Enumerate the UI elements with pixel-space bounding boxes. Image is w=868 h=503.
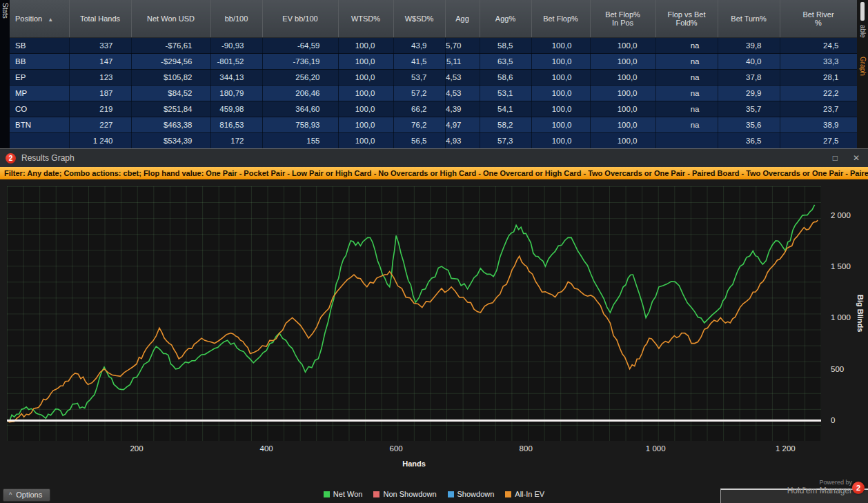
stat-cell: 58,2: [480, 117, 531, 132]
stats-left-rail: Stats: [0, 0, 10, 148]
results-graph-window: 2 Results Graph □ ✕ Filter: Any date; Co…: [0, 148, 868, 503]
stats-row-BTN[interactable]: BTN227$463,38816,53758,93100,076,24,9758…: [10, 117, 857, 132]
stat-cell: 53,1: [480, 85, 531, 101]
stat-cell: -90,93: [210, 37, 262, 53]
position-cell: EP: [10, 69, 69, 85]
y-tick-label: 0: [831, 416, 835, 424]
stat-cell: 54,1: [480, 101, 531, 117]
stats-row-SB[interactable]: SB337-$76,61-90,93-64,59100,043,95,7058,…: [10, 37, 857, 53]
chevron-up-icon: ^: [9, 491, 12, 498]
stat-cell: 35,7: [718, 101, 780, 117]
legend-swatch-icon: [448, 491, 454, 497]
stat-cell: $463,38: [131, 117, 210, 132]
tab-table[interactable]: able: [859, 25, 867, 38]
stat-cell: $534,39: [131, 132, 210, 148]
window-titlebar[interactable]: 2 Results Graph □ ✕: [0, 149, 868, 167]
column-header[interactable]: Total Hands: [69, 0, 131, 37]
legend-item-non-showdown[interactable]: Non Showdown: [373, 490, 436, 498]
stat-cell: 100,0: [531, 117, 590, 132]
stat-cell: 24,5: [780, 37, 857, 53]
stat-cell: 100,0: [338, 132, 393, 148]
position-cell: BB: [10, 53, 69, 69]
filter-bar[interactable]: Filter: Any date; Combo actions: cbet; F…: [0, 167, 868, 179]
column-header[interactable]: Bet River %: [780, 0, 857, 37]
stats-total-row[interactable]: 1 240$534,39172155100,056,54,9357,3100,0…: [10, 132, 857, 148]
powered-by: Powered by Hold'em Manager: [704, 479, 852, 495]
stat-cell: 100,0: [531, 132, 590, 148]
stat-cell: 100,0: [338, 69, 393, 85]
powered-by-line2: Hold'em Manager: [704, 486, 852, 495]
stat-cell: 38,9: [780, 117, 857, 132]
stat-cell: 364,60: [262, 101, 338, 117]
legend-swatch-icon: [505, 491, 511, 497]
stat-cell: 758,93: [262, 117, 338, 132]
stat-cell: 180,79: [210, 85, 262, 101]
column-header[interactable]: Flop vs Bet Fold%: [655, 0, 718, 37]
column-header[interactable]: W$SD%: [393, 0, 445, 37]
legend-item-net-won[interactable]: Net Won: [324, 490, 363, 498]
legend-swatch-icon: [373, 491, 379, 497]
stats-table: Position▲Total HandsNet Won USDbb/100EV …: [10, 0, 858, 148]
stat-cell: na: [655, 53, 718, 69]
stat-cell: 41,5: [393, 53, 445, 69]
stat-cell: 100,0: [590, 53, 655, 69]
stat-cell: 344,13: [210, 69, 262, 85]
column-header[interactable]: Net Won USD: [131, 0, 210, 37]
y-axis-ticks: 05001 0001 5002 000: [825, 186, 856, 441]
powered-by-line1: Powered by: [704, 479, 852, 486]
stat-cell: 40,0: [718, 53, 780, 69]
stat-cell: 76,2: [393, 117, 445, 132]
legend-item-showdown[interactable]: Showdown: [448, 490, 495, 498]
y-tick-label: 1 000: [831, 313, 851, 322]
legend-item-all-in-ev[interactable]: All-In EV: [505, 490, 544, 498]
column-header[interactable]: Bet Flop%: [531, 0, 590, 37]
options-button[interactable]: ^ Options: [3, 489, 50, 502]
stat-cell: 5,11: [445, 53, 480, 69]
y-tick-label: 500: [831, 365, 844, 373]
tab-stats[interactable]: Stats: [1, 3, 9, 19]
stat-cell: 35,6: [718, 117, 780, 132]
stat-cell: 100,0: [590, 37, 655, 53]
stat-cell: 33,3: [780, 53, 857, 69]
stat-cell: 39,8: [718, 37, 780, 53]
right-rail: able Graph: [857, 0, 868, 148]
stat-cell: 28,1: [780, 69, 857, 85]
close-button[interactable]: ✕: [853, 153, 860, 163]
stats-row-EP[interactable]: EP123$105,82344,13256,20100,053,74,5358,…: [10, 69, 857, 85]
vertical-scrollbar-thumb[interactable]: [860, 2, 865, 21]
column-header[interactable]: EV bb/100: [262, 0, 338, 37]
stats-row-CO[interactable]: CO219$251,84459,98364,60100,066,24,3954,…: [10, 101, 857, 117]
stats-row-BB[interactable]: BB147-$294,56-801,52-736,19100,041,55,11…: [10, 53, 857, 69]
stat-cell: 4,53: [445, 85, 480, 101]
tab-graph[interactable]: Graph: [859, 57, 867, 76]
stat-cell: 256,20: [262, 69, 338, 85]
stat-cell: 22,2: [780, 85, 857, 101]
column-header[interactable]: Position▲: [10, 0, 69, 37]
stats-panel: Position▲Total HandsNet Won USDbb/100EV …: [0, 0, 868, 148]
maximize-button[interactable]: □: [833, 153, 838, 163]
hm2-logo-icon: 2: [6, 153, 16, 164]
column-header[interactable]: bb/100: [210, 0, 262, 37]
stat-cell: -801,52: [210, 53, 262, 69]
stat-cell: 100,0: [531, 69, 590, 85]
column-header[interactable]: Bet Flop% In Pos: [590, 0, 655, 37]
stat-cell: 5,70: [445, 37, 480, 53]
column-header[interactable]: WTSD%: [338, 0, 393, 37]
results-chart-plot[interactable]: [7, 186, 821, 441]
stat-cell: 100,0: [338, 101, 393, 117]
stat-cell: -736,19: [262, 53, 338, 69]
chart-lines: [7, 186, 821, 441]
stats-row-MP[interactable]: MP187$84,52180,79206,46100,057,24,5353,1…: [10, 85, 857, 101]
stat-cell: 100,0: [590, 101, 655, 117]
x-axis-ticks: 2004006008001 0001 200: [7, 444, 821, 455]
legend-label: Net Won: [333, 490, 363, 498]
options-label: Options: [16, 491, 42, 499]
column-header[interactable]: Bet Turn%: [718, 0, 780, 37]
stat-cell: 43,9: [393, 37, 445, 53]
stat-cell: 337: [69, 37, 131, 53]
stat-cell: 100,0: [531, 101, 590, 117]
stat-cell: 57,2: [393, 85, 445, 101]
position-cell: MP: [10, 85, 69, 101]
column-header[interactable]: Agg%: [480, 0, 531, 37]
column-header[interactable]: Agg: [445, 0, 480, 37]
